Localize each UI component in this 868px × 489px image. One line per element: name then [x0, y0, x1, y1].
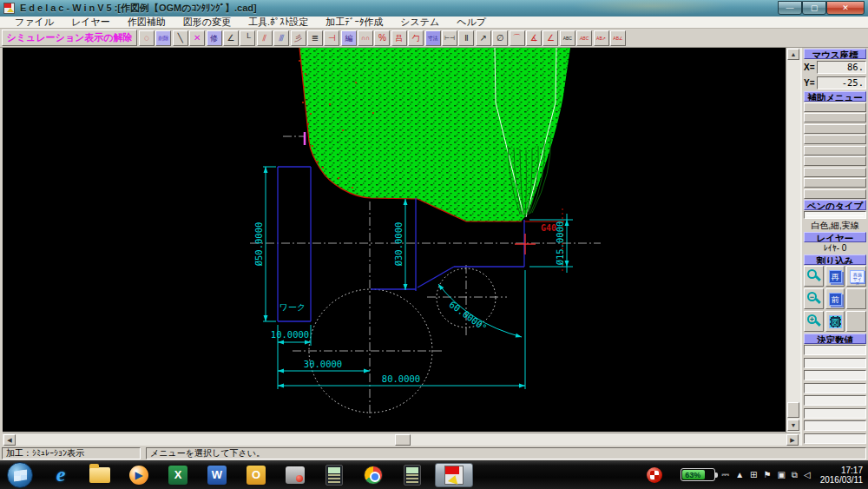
- aux-menu-button[interactable]: [804, 124, 866, 134]
- zoom-window-button[interactable]: [804, 266, 824, 287]
- dim-angle2-icon[interactable]: ∠: [542, 30, 558, 46]
- internet-explorer-icon[interactable]: e: [50, 465, 71, 486]
- copy-tool-icon[interactable]: 吕: [391, 30, 407, 46]
- modify-tool-icon[interactable]: 修: [207, 30, 222, 46]
- aux-menu-button[interactable]: [804, 113, 866, 122]
- cad-canvas[interactable]: Ø50.0000 Ø30.0000 Ø15.0000 10.0000 30.00…: [3, 48, 786, 432]
- tray-red-app-icon[interactable]: [647, 467, 662, 483]
- rotate-tool-icon[interactable]: 勹: [408, 30, 424, 46]
- menu-help[interactable]: ヘルプ: [449, 16, 494, 29]
- decision-value-field[interactable]: [804, 433, 866, 444]
- scroll-down-arrow[interactable]: ▼: [787, 420, 799, 431]
- fit-view-button[interactable]: 図: [825, 311, 845, 332]
- scroll-right-arrow[interactable]: ▶: [786, 434, 799, 446]
- menu-file[interactable]: ファイル: [7, 16, 62, 29]
- explorer-folder-icon[interactable]: [89, 465, 110, 486]
- dim-arc-icon[interactable]: ⌒: [510, 30, 525, 46]
- corner-tool-icon[interactable]: ∠: [223, 30, 239, 46]
- decision-value-field[interactable]: [804, 408, 866, 419]
- decision-value-field[interactable]: [804, 383, 866, 393]
- text-arrow-tool-icon[interactable]: AB↗: [594, 30, 609, 46]
- redraw-button[interactable]: 再: [825, 266, 845, 287]
- scroll-up-arrow[interactable]: ▲: [787, 49, 799, 60]
- dual-monitor-icon[interactable]: ⧉: [792, 470, 798, 480]
- aux-menu-button[interactable]: [804, 146, 866, 155]
- toolbar: シミュレーション表示の解除 ◌削除╲✕修∠└⫽⫻彡≣⊣編∩∩%吕勹寸法⊢⊣Ⅱ↗∅…: [0, 29, 868, 48]
- horizontal-scrollbar[interactable]: ◀ ▶: [3, 433, 800, 446]
- edit-tool-icon[interactable]: 編: [341, 30, 357, 46]
- outlook-icon[interactable]: O: [246, 465, 266, 486]
- menu-layer[interactable]: レイヤー: [63, 16, 118, 29]
- menu-draw-assist[interactable]: 作図補助: [120, 16, 174, 29]
- minimize-button[interactable]: —: [778, 1, 802, 15]
- tray-window-icon[interactable]: ▣: [777, 470, 785, 479]
- vertical-scroll-thumb[interactable]: [787, 402, 799, 418]
- pen-sample[interactable]: [804, 211, 866, 219]
- scale-tool-icon[interactable]: %: [374, 30, 390, 46]
- decision-value-field[interactable]: [804, 370, 866, 380]
- calculator-icon[interactable]: [324, 465, 345, 486]
- aux-menu-button[interactable]: [804, 156, 866, 166]
- action-center-flag-icon[interactable]: ⚑: [763, 470, 771, 479]
- redraw-size-button[interactable]: 再描サイズ: [846, 266, 866, 287]
- blank-button: [846, 311, 866, 332]
- dim-aligned-icon[interactable]: ↗: [476, 30, 491, 46]
- dim-angle-icon[interactable]: ∡: [526, 30, 542, 46]
- dim-horizontal-icon[interactable]: ⊢⊣: [442, 30, 457, 46]
- scroll-left-arrow[interactable]: ◀: [3, 434, 16, 446]
- ellipse-tool-icon[interactable]: ◌: [139, 30, 155, 46]
- media-player-icon[interactable]: ▶: [128, 465, 149, 486]
- tray-windows-icon[interactable]: ⊞: [750, 470, 757, 479]
- text-tool-icon[interactable]: ABC: [560, 30, 575, 46]
- fillet-tool-icon[interactable]: └: [240, 30, 255, 46]
- zoom-out-button[interactable]: −: [804, 288, 824, 309]
- battery-indicator[interactable]: 63%: [681, 468, 715, 481]
- horizontal-scroll-thumb[interactable]: [395, 434, 411, 446]
- aux-menu-button[interactable]: [804, 178, 866, 188]
- aux-menu-button[interactable]: [804, 168, 866, 177]
- break-tool-icon[interactable]: ✕: [189, 30, 205, 46]
- clock[interactable]: 17:17 2016/03/11: [820, 466, 863, 485]
- aux-menu-button[interactable]: [804, 135, 866, 144]
- speaker-icon[interactable]: ◁: [804, 470, 811, 479]
- maximize-button[interactable]: ▢: [802, 1, 826, 15]
- decision-value-field[interactable]: [804, 345, 866, 355]
- menu-tool-post-settings[interactable]: 工具.ﾎﾟｽﾄ設定: [240, 16, 316, 29]
- offset-tool-icon[interactable]: ≣: [307, 30, 323, 46]
- parallel-line-tool-icon[interactable]: ⫽: [257, 30, 273, 46]
- vertical-scrollbar[interactable]: ▲ ▼: [786, 48, 800, 433]
- simulation-cancel-button[interactable]: シミュレーション表示の解除: [2, 30, 137, 46]
- divide-tool-icon[interactable]: 彡: [291, 30, 306, 46]
- dim-diameter-icon[interactable]: ∅: [492, 30, 508, 46]
- excel-icon[interactable]: X: [168, 465, 188, 486]
- menu-machining-data[interactable]: 加工ﾃﾞｰﾀ作成: [318, 16, 391, 29]
- calculator2-icon[interactable]: [402, 465, 423, 486]
- connect-tool-icon[interactable]: ⊣: [324, 30, 339, 46]
- text-angle-tool-icon[interactable]: AB∠: [610, 30, 626, 46]
- text-italic-tool-icon[interactable]: ABC: [576, 30, 592, 46]
- edelac-taskbar-button[interactable]: [435, 463, 473, 487]
- dimension-tool-icon[interactable]: 寸法: [425, 30, 441, 46]
- menu-shape-change[interactable]: 図形の変更: [175, 16, 239, 29]
- word-icon[interactable]: W: [207, 465, 227, 486]
- interrupt-header: 割り込み: [804, 254, 866, 265]
- menu-system[interactable]: システム: [392, 16, 447, 29]
- multi-copy-tool-icon[interactable]: ∩∩: [358, 30, 373, 46]
- decision-value-field[interactable]: [804, 395, 866, 406]
- power-plug-icon[interactable]: ⎓: [721, 469, 729, 480]
- close-button[interactable]: ✕: [826, 1, 865, 15]
- show-hidden-icons[interactable]: ▲: [735, 470, 744, 479]
- aux-menu-button[interactable]: [804, 102, 866, 112]
- chrome-icon[interactable]: [363, 465, 384, 486]
- delete-tool-icon[interactable]: 削除: [155, 30, 171, 46]
- line-tool-icon[interactable]: ╲: [173, 30, 188, 46]
- decision-value-field[interactable]: [804, 358, 866, 368]
- start-button[interactable]: [7, 462, 33, 488]
- screen-recorder-icon[interactable]: [285, 465, 306, 486]
- previous-view-button[interactable]: 前: [825, 288, 845, 309]
- oblique-line-tool-icon[interactable]: ⫻: [273, 30, 289, 46]
- dim-vertical-icon[interactable]: Ⅱ: [458, 30, 474, 46]
- aux-menu-button[interactable]: [804, 189, 866, 199]
- zoom-in-button[interactable]: +: [804, 311, 824, 332]
- decision-value-field[interactable]: [804, 420, 866, 431]
